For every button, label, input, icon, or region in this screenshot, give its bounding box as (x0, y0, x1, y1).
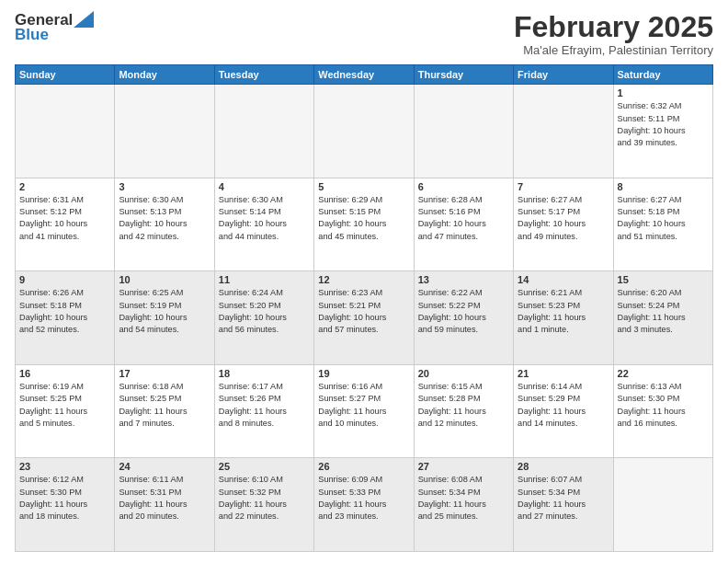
day-info: Sunrise: 6:08 AM Sunset: 5:34 PM Dayligh… (418, 474, 509, 523)
day-header-wednesday: Wednesday (314, 65, 414, 85)
day-cell (314, 85, 414, 178)
day-info: Sunrise: 6:30 AM Sunset: 5:14 PM Dayligh… (219, 194, 310, 243)
day-cell: 11Sunrise: 6:24 AM Sunset: 5:20 PM Dayli… (214, 271, 313, 365)
day-info: Sunrise: 6:26 AM Sunset: 5:18 PM Dayligh… (19, 287, 110, 336)
day-number: 22 (618, 368, 709, 379)
day-info: Sunrise: 6:25 AM Sunset: 5:19 PM Dayligh… (119, 287, 210, 336)
title-block: February 2025 Ma'ale Efrayim, Palestinia… (514, 11, 713, 57)
header: General Blue February 2025 Ma'ale Efrayi… (15, 11, 713, 57)
day-cell: 15Sunrise: 6:20 AM Sunset: 5:24 PM Dayli… (613, 271, 712, 365)
day-number: 21 (518, 368, 609, 379)
day-header-sunday: Sunday (16, 65, 115, 85)
day-info: Sunrise: 6:28 AM Sunset: 5:16 PM Dayligh… (418, 194, 509, 243)
day-cell: 26Sunrise: 6:09 AM Sunset: 5:33 PM Dayli… (314, 458, 414, 552)
day-info: Sunrise: 6:19 AM Sunset: 5:25 PM Dayligh… (19, 381, 110, 430)
day-number: 28 (518, 461, 609, 472)
week-row-3: 9Sunrise: 6:26 AM Sunset: 5:18 PM Daylig… (16, 271, 713, 365)
day-header-friday: Friday (514, 65, 613, 85)
day-number: 8 (618, 181, 709, 192)
day-cell: 23Sunrise: 6:12 AM Sunset: 5:30 PM Dayli… (16, 458, 115, 552)
day-header-tuesday: Tuesday (214, 65, 313, 85)
day-cell: 5Sunrise: 6:29 AM Sunset: 5:15 PM Daylig… (314, 178, 414, 271)
day-number: 4 (219, 181, 310, 192)
day-info: Sunrise: 6:21 AM Sunset: 5:23 PM Dayligh… (518, 287, 609, 336)
day-cell: 6Sunrise: 6:28 AM Sunset: 5:16 PM Daylig… (414, 178, 513, 271)
day-cell: 20Sunrise: 6:15 AM Sunset: 5:28 PM Dayli… (414, 364, 513, 458)
day-cell: 25Sunrise: 6:10 AM Sunset: 5:32 PM Dayli… (214, 458, 313, 552)
day-info: Sunrise: 6:29 AM Sunset: 5:15 PM Dayligh… (318, 194, 409, 243)
day-cell: 1Sunrise: 6:32 AM Sunset: 5:11 PM Daylig… (613, 85, 712, 178)
day-header-monday: Monday (115, 65, 214, 85)
calendar-table: SundayMondayTuesdayWednesdayThursdayFrid… (15, 64, 713, 552)
day-number: 19 (318, 368, 409, 379)
day-info: Sunrise: 6:22 AM Sunset: 5:22 PM Dayligh… (418, 287, 509, 336)
day-number: 14 (518, 274, 609, 285)
day-cell: 22Sunrise: 6:13 AM Sunset: 5:30 PM Dayli… (613, 364, 712, 458)
day-cell (414, 85, 513, 178)
day-info: Sunrise: 6:09 AM Sunset: 5:33 PM Dayligh… (318, 474, 409, 523)
day-cell (613, 458, 712, 552)
day-number: 26 (318, 461, 409, 472)
day-info: Sunrise: 6:07 AM Sunset: 5:34 PM Dayligh… (518, 474, 609, 523)
day-number: 18 (219, 368, 310, 379)
day-number: 6 (418, 181, 509, 192)
day-number: 20 (418, 368, 509, 379)
week-row-5: 23Sunrise: 6:12 AM Sunset: 5:30 PM Dayli… (16, 458, 713, 552)
week-row-4: 16Sunrise: 6:19 AM Sunset: 5:25 PM Dayli… (16, 364, 713, 458)
day-info: Sunrise: 6:31 AM Sunset: 5:12 PM Dayligh… (19, 194, 110, 243)
day-number: 17 (119, 368, 210, 379)
day-info: Sunrise: 6:24 AM Sunset: 5:20 PM Dayligh… (219, 287, 310, 336)
day-number: 27 (418, 461, 509, 472)
day-cell: 14Sunrise: 6:21 AM Sunset: 5:23 PM Dayli… (514, 271, 613, 365)
day-number: 16 (19, 368, 110, 379)
week-row-2: 2Sunrise: 6:31 AM Sunset: 5:12 PM Daylig… (16, 178, 713, 271)
day-cell: 17Sunrise: 6:18 AM Sunset: 5:25 PM Dayli… (115, 364, 214, 458)
day-cell: 24Sunrise: 6:11 AM Sunset: 5:31 PM Dayli… (115, 458, 214, 552)
day-number: 13 (418, 274, 509, 285)
day-cell: 8Sunrise: 6:27 AM Sunset: 5:18 PM Daylig… (613, 178, 712, 271)
day-info: Sunrise: 6:16 AM Sunset: 5:27 PM Dayligh… (318, 381, 409, 430)
day-number: 9 (19, 274, 110, 285)
day-cell: 10Sunrise: 6:25 AM Sunset: 5:19 PM Dayli… (115, 271, 214, 365)
day-number: 12 (318, 274, 409, 285)
day-info: Sunrise: 6:23 AM Sunset: 5:21 PM Dayligh… (318, 287, 409, 336)
day-number: 23 (19, 461, 110, 472)
day-info: Sunrise: 6:14 AM Sunset: 5:29 PM Dayligh… (518, 381, 609, 430)
day-number: 3 (119, 181, 210, 192)
day-number: 5 (318, 181, 409, 192)
days-row: SundayMondayTuesdayWednesdayThursdayFrid… (16, 65, 713, 85)
day-number: 2 (19, 181, 110, 192)
day-info: Sunrise: 6:27 AM Sunset: 5:18 PM Dayligh… (618, 194, 709, 243)
day-cell (214, 85, 313, 178)
day-number: 11 (219, 274, 310, 285)
day-cell (115, 85, 214, 178)
day-info: Sunrise: 6:12 AM Sunset: 5:30 PM Dayligh… (19, 474, 110, 523)
day-cell: 3Sunrise: 6:30 AM Sunset: 5:13 PM Daylig… (115, 178, 214, 271)
day-cell: 9Sunrise: 6:26 AM Sunset: 5:18 PM Daylig… (16, 271, 115, 365)
day-cell: 2Sunrise: 6:31 AM Sunset: 5:12 PM Daylig… (16, 178, 115, 271)
day-number: 7 (518, 181, 609, 192)
day-cell: 27Sunrise: 6:08 AM Sunset: 5:34 PM Dayli… (414, 458, 513, 552)
day-info: Sunrise: 6:20 AM Sunset: 5:24 PM Dayligh… (618, 287, 709, 336)
svg-marker-0 (74, 11, 94, 28)
day-cell: 21Sunrise: 6:14 AM Sunset: 5:29 PM Dayli… (514, 364, 613, 458)
day-info: Sunrise: 6:17 AM Sunset: 5:26 PM Dayligh… (219, 381, 310, 430)
day-cell: 7Sunrise: 6:27 AM Sunset: 5:17 PM Daylig… (514, 178, 613, 271)
day-number: 15 (618, 274, 709, 285)
day-info: Sunrise: 6:11 AM Sunset: 5:31 PM Dayligh… (119, 474, 210, 523)
day-header-thursday: Thursday (414, 65, 513, 85)
page: General Blue February 2025 Ma'ale Efrayi… (0, 0, 728, 563)
day-cell (514, 85, 613, 178)
day-cell (16, 85, 115, 178)
day-cell: 13Sunrise: 6:22 AM Sunset: 5:22 PM Dayli… (414, 271, 513, 365)
day-info: Sunrise: 6:15 AM Sunset: 5:28 PM Dayligh… (418, 381, 509, 430)
day-info: Sunrise: 6:32 AM Sunset: 5:11 PM Dayligh… (618, 100, 709, 149)
day-cell: 12Sunrise: 6:23 AM Sunset: 5:21 PM Dayli… (314, 271, 414, 365)
week-row-1: 1Sunrise: 6:32 AM Sunset: 5:11 PM Daylig… (16, 85, 713, 178)
logo-blue-text: Blue (15, 26, 49, 44)
day-cell: 19Sunrise: 6:16 AM Sunset: 5:27 PM Dayli… (314, 364, 414, 458)
day-info: Sunrise: 6:13 AM Sunset: 5:30 PM Dayligh… (618, 381, 709, 430)
day-info: Sunrise: 6:10 AM Sunset: 5:32 PM Dayligh… (219, 474, 310, 523)
day-info: Sunrise: 6:30 AM Sunset: 5:13 PM Dayligh… (119, 194, 210, 243)
day-number: 24 (119, 461, 210, 472)
